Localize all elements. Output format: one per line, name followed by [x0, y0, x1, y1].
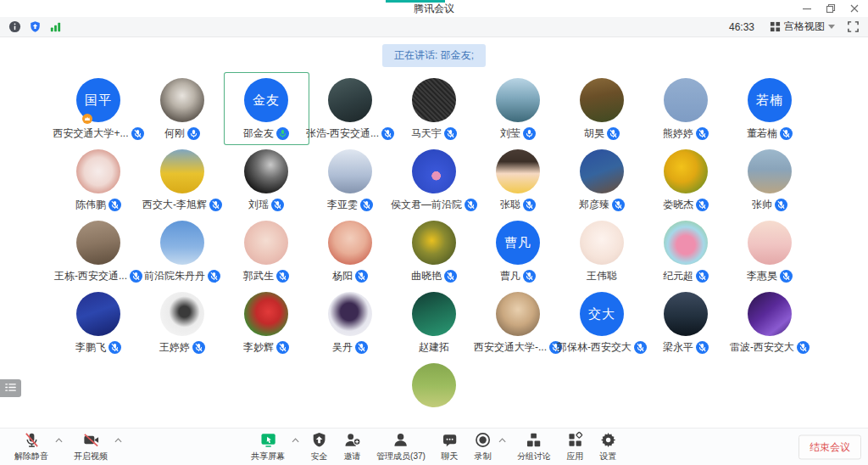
- participant-tile[interactable]: 王伟聪: [560, 216, 644, 287]
- participant-tile[interactable]: 李鹏飞: [57, 287, 141, 358]
- avatar: 交大: [580, 292, 624, 336]
- shield-icon[interactable]: [29, 20, 42, 33]
- participant-tile[interactable]: 雷波-西安交大: [728, 287, 812, 358]
- participant-tile[interactable]: 西交大-李旭辉: [141, 144, 225, 216]
- participant-tile[interactable]: 国平西安交通大学+...: [57, 73, 141, 144]
- window-title: 腾讯会议: [414, 2, 454, 16]
- participant-tile[interactable]: 娄晓杰: [644, 144, 728, 216]
- toolbar-camera-off-button[interactable]: 开启视频: [66, 429, 115, 465]
- participant-tile[interactable]: 交大郭保林-西安交大: [560, 287, 644, 358]
- toolbar-mic-off-button[interactable]: 解除静音: [7, 429, 56, 465]
- participant-tile[interactable]: 张浩-西安交通...: [309, 73, 392, 144]
- minimize-button[interactable]: [802, 3, 812, 14]
- toolbar-invite-button[interactable]: 邀请: [336, 429, 369, 465]
- participant-tile[interactable]: 金友邵金友: [225, 73, 309, 144]
- toolbar-chat-button[interactable]: 聊天: [433, 429, 466, 465]
- participant-name: 雷波-西安交大: [730, 340, 794, 355]
- participant-tile[interactable]: 李妙辉: [225, 287, 309, 358]
- participant-tile[interactable]: 侯文君—前沿院: [392, 144, 476, 216]
- mic-muted-icon: [209, 199, 222, 211]
- avatar: [328, 149, 372, 193]
- layout-view-button[interactable]: 宫格视图: [770, 20, 835, 34]
- participant-tile[interactable]: 王婷婷: [141, 287, 225, 358]
- end-meeting-button[interactable]: 结束会议: [798, 434, 861, 459]
- participant-tile[interactable]: 何刚: [141, 73, 225, 144]
- mic-muted-icon: [355, 341, 368, 354]
- participant-tile[interactable]: 张帅: [728, 144, 812, 216]
- participant-tile[interactable]: 胡昊: [560, 73, 644, 144]
- participant-name: 纪元超: [663, 269, 693, 283]
- breakout-icon: [525, 431, 542, 449]
- host-badge-icon: [82, 114, 92, 124]
- participant-tile[interactable]: 王栋-西安交通...: [57, 216, 141, 287]
- toolbar-label: 分组讨论: [517, 451, 551, 462]
- fullscreen-icon[interactable]: [847, 20, 860, 33]
- participant-tile[interactable]: 纪元超: [644, 216, 728, 287]
- chevron-up-icon[interactable]: [292, 438, 299, 443]
- participant-tile[interactable]: 刘瑶: [225, 144, 309, 216]
- avatar: [412, 221, 456, 265]
- mic-muted-icon: [276, 341, 289, 354]
- participant-name: 李亚雯: [327, 198, 358, 212]
- participant-tile[interactable]: [392, 358, 476, 401]
- participant-tile[interactable]: 陈伟鹏: [57, 144, 141, 216]
- participant-tile[interactable]: 梁永平: [644, 287, 728, 358]
- mic-muted-icon: [696, 199, 709, 211]
- participant-tile[interactable]: 若楠董若楠: [728, 73, 812, 144]
- chevron-up-icon[interactable]: [498, 438, 506, 443]
- toolbar-security-button[interactable]: 安全: [303, 429, 336, 465]
- avatar: [244, 221, 288, 265]
- participant-name: 刘瑶: [248, 198, 269, 212]
- avatar: [748, 221, 792, 265]
- avatar: [664, 292, 708, 336]
- mic-muted-icon: [612, 199, 625, 211]
- participant-tile[interactable]: 刘莹: [476, 73, 560, 144]
- avatar: [244, 149, 288, 193]
- participant-tile[interactable]: 张聪: [476, 144, 560, 216]
- participant-tile[interactable]: 吴丹: [309, 287, 392, 358]
- participant-row: [0, 358, 868, 401]
- chevron-up-icon[interactable]: [114, 438, 122, 443]
- layout-view-label: 宫格视图: [784, 20, 825, 34]
- share-screen-icon: [259, 431, 277, 449]
- toolbar-label: 管理成员(37): [376, 451, 426, 462]
- participant-tile[interactable]: 赵建拓: [392, 287, 476, 358]
- member-list-toggle-button[interactable]: [0, 379, 21, 397]
- info-icon[interactable]: [8, 20, 21, 33]
- close-button[interactable]: [849, 3, 860, 14]
- mic-muted-icon: [355, 270, 368, 283]
- maximize-button[interactable]: [826, 3, 836, 14]
- participant-tile[interactable]: 曹凡曹凡: [476, 216, 560, 287]
- participant-tile[interactable]: 李亚雯: [309, 144, 392, 216]
- avatar: [160, 221, 204, 265]
- toolbar-label: 邀请: [344, 451, 361, 462]
- meeting-timer: 46:33: [729, 21, 754, 33]
- participant-tile[interactable]: 前沿院朱丹丹: [141, 216, 225, 287]
- toolbar-apps-button[interactable]: 应用: [559, 429, 592, 465]
- toolbar-record-button[interactable]: 录制: [466, 429, 499, 465]
- participant-tile[interactable]: 杨阳: [309, 216, 392, 287]
- participant-tile[interactable]: 熊婷婷: [644, 73, 728, 144]
- toolbar-settings-button[interactable]: 设置: [592, 429, 625, 465]
- participant-name: 曲晓艳: [411, 269, 442, 283]
- mic-muted-icon: [775, 199, 787, 211]
- mic-muted-icon: [108, 341, 121, 354]
- participant-tile[interactable]: 李惠昊: [728, 216, 812, 287]
- camera-off-icon: [82, 431, 100, 449]
- apps-icon: [566, 431, 584, 449]
- toolbar-share-screen-button[interactable]: 共享屏幕: [243, 429, 292, 465]
- participant-tile[interactable]: 郑彦臻: [560, 144, 644, 216]
- security-icon: [310, 431, 328, 449]
- participant-tile[interactable]: 西安交通大学-...: [476, 287, 560, 358]
- avatar: 国平: [76, 78, 120, 122]
- toolbar-left-group: 解除静音开启视频: [0, 429, 125, 465]
- toolbar-members-button[interactable]: 管理成员(37): [369, 429, 433, 465]
- participant-tile[interactable]: 曲晓艳: [392, 216, 476, 287]
- toolbar-breakout-button[interactable]: 分组讨论: [509, 429, 559, 465]
- toolbar-label: 聊天: [441, 451, 458, 462]
- mic-muted-icon: [696, 341, 709, 354]
- chevron-up-icon[interactable]: [55, 438, 63, 443]
- participant-tile[interactable]: 马天宇: [392, 73, 476, 144]
- avatar: [160, 292, 204, 336]
- participant-tile[interactable]: 郭武生: [225, 216, 309, 287]
